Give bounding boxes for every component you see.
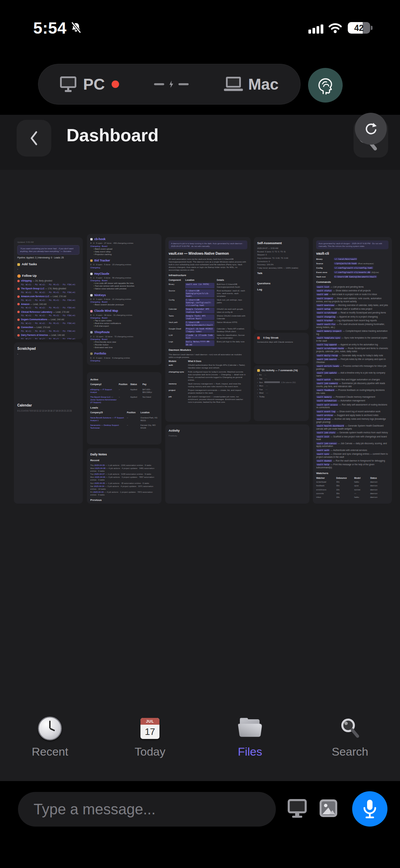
previous-title: Previous bbox=[90, 499, 158, 502]
command-item: vault log-append — Append an entry to th… bbox=[316, 343, 388, 346]
scratchpad-bullet: • bbox=[17, 353, 79, 356]
vault-doc-callout: A daemon's job is to keep running in the… bbox=[169, 240, 247, 249]
command-item: vault list — List projects and pending i… bbox=[316, 286, 388, 289]
tab-search[interactable]: Search bbox=[300, 717, 400, 774]
screen-share-button[interactable] bbox=[287, 799, 308, 819]
date-link: 2025-04-05 bbox=[94, 482, 105, 484]
project-name: HeyClaude bbox=[94, 272, 109, 275]
follow-up-chips: FU: W(+1) · FU: W(+2) · FU: M(+3) · FU: … bbox=[21, 314, 79, 317]
mic-button[interactable] bbox=[352, 791, 387, 827]
project-links: Changelog · Board bbox=[90, 279, 158, 282]
command-item: vault job-update — Add a timeline entry … bbox=[316, 372, 388, 378]
module-row: job Job search management — create/updat… bbox=[169, 395, 247, 403]
page-title: Dashboard bbox=[66, 125, 159, 145]
command-item: vault status — Show status overview of a… bbox=[316, 289, 388, 292]
panel-daily-notes: Daily Notes Recent Thu 2025-04-09 — 1 jo… bbox=[87, 448, 161, 504]
project-stats: 0 · 0 · 0 open · 0 done · 9 changelog en… bbox=[90, 357, 158, 359]
follow-up-title: Follow Up bbox=[22, 274, 37, 277]
dashboard-preview[interactable]: Updated: 5:53 AM “If you want something … bbox=[0, 170, 400, 781]
red-dot-icon bbox=[17, 280, 20, 282]
project-name: ShopRoute bbox=[94, 330, 110, 334]
company-link: Amazon.com Services LLC bbox=[21, 295, 49, 297]
follow-up-chips: FU: W(+1) · FU: W(+2) · FU: M(+3) · FU: … bbox=[21, 291, 79, 294]
mac-device-button[interactable]: Mac bbox=[224, 75, 279, 93]
project-bullet: Real-time action notifications bbox=[94, 322, 158, 325]
command-item: vault job-stats — Generate system health… bbox=[316, 431, 388, 434]
follow-up-chips: FU: W(+1) · FU: W(+2) · FU: M(+3) · FU: … bbox=[21, 322, 79, 325]
bell-slash-icon bbox=[70, 22, 82, 34]
company-link: Amazon bbox=[21, 303, 30, 305]
project-name: Bid Tracker bbox=[94, 259, 110, 262]
recent-line: Thu 2025-04-09 — 1 job actions · 2241 au… bbox=[90, 464, 158, 467]
project-name: cb-hook bbox=[94, 237, 106, 241]
command-item: vault scratchpad-route — Route Scratchpa… bbox=[316, 347, 388, 353]
company-link: Dogarn Communications bbox=[21, 318, 47, 321]
leads-row: Sanametrix — Desktop Support Technician … bbox=[90, 424, 158, 429]
project-stats: 2 · 1 · 11 open · 12 done · 72 changelog… bbox=[90, 335, 158, 338]
back-button[interactable] bbox=[17, 120, 51, 157]
command-item: vault job-search — Find job notes by tit… bbox=[316, 358, 388, 364]
app-header: Dashboard bbox=[0, 115, 400, 170]
panel-jobs: Active Company2 Position Status Pay eShi… bbox=[87, 372, 161, 445]
project-item: Portfolio 0 · 0 · 0 open · 0 done · 9 ch… bbox=[90, 352, 158, 362]
company-link: The Epoch Group LLC bbox=[21, 287, 44, 290]
message-input[interactable] bbox=[18, 792, 276, 827]
vault-cli-field: Binary ~/.local/bin/vault bbox=[316, 258, 388, 260]
cli-day-list: Fri — Sat — Sun bbox=[257, 374, 305, 398]
cli-activity-title: CLI Activity — 7 commands (7d) bbox=[262, 369, 298, 372]
command-item: vault daily-recap — Generate daily recap… bbox=[316, 354, 388, 357]
streak-icon bbox=[257, 337, 260, 339]
date-link: 2025-04-08 bbox=[95, 467, 106, 469]
watchers-rows: scratchpad 30s haiku daemon feedback 30s… bbox=[316, 481, 388, 498]
cli-day: Mon — bbox=[257, 384, 305, 387]
tab-files-label: Files bbox=[238, 745, 262, 758]
cli-day: Today bbox=[257, 395, 305, 398]
panel-streak: 0 Day Streak Consecutive days with Claud… bbox=[254, 333, 309, 364]
follow-up-item: Amazon.com Services LLC — Lead, 17d old … bbox=[17, 295, 79, 302]
assistant-button[interactable] bbox=[308, 68, 343, 103]
panel-vault-cli: Auto-generated by vault-cli docgen · 202… bbox=[313, 237, 392, 504]
project-links: Changelog · Board bbox=[90, 301, 158, 303]
project-icon bbox=[90, 310, 93, 312]
battery-icon: 42 bbox=[348, 22, 370, 34]
commands-title: Commands bbox=[316, 281, 388, 284]
tab-today[interactable]: JUL 17 Today bbox=[100, 717, 200, 774]
refresh-button[interactable] bbox=[355, 113, 387, 145]
tab-recent[interactable]: Recent bbox=[0, 717, 100, 774]
command-item: vault vault-fix — Fix vault structural i… bbox=[316, 323, 388, 329]
tab-today-label: Today bbox=[135, 745, 166, 758]
project-item: NinKeys 0 · 0 · 1 open · 0 done · 21 cha… bbox=[90, 293, 158, 306]
battery-percent: 42 bbox=[348, 22, 370, 34]
activity-subtitle: Freebusy bbox=[169, 434, 306, 437]
project-bullets: Print-friendly store viewReorder buttonE… bbox=[90, 341, 158, 349]
command-item: vault event-log — Show event log of rece… bbox=[316, 410, 388, 413]
infrastructure-table: Component Location Details bbox=[169, 279, 247, 282]
self-assessment-lines: 2025-04-07 — 5:53 AMRouted: 0 (auto: 0, … bbox=[257, 247, 305, 269]
project-stats: 4 · 1 · 4 open · 0 done · 56 changelog e… bbox=[90, 276, 158, 279]
device-switcher[interactable]: PC Mac bbox=[38, 64, 301, 105]
daily-notes-title: Daily Notes bbox=[90, 452, 158, 456]
command-item: vault prune — Archive old daily notes an… bbox=[316, 418, 388, 424]
image-icon bbox=[318, 798, 339, 818]
photo-button[interactable] bbox=[318, 798, 339, 819]
streak-title: 0 Day Streak bbox=[263, 336, 279, 340]
date-link: 2025-04-06 bbox=[95, 476, 105, 478]
command-item: vault enrich-leads — Process contact-inf… bbox=[316, 365, 388, 371]
streak-subtitle: Consecutive days with Claude sessions bbox=[257, 341, 305, 343]
daily-quote: “If you want something you've never had.… bbox=[17, 245, 79, 255]
pc-device-button[interactable]: PC bbox=[60, 75, 119, 93]
project-name: Claude Mind Map bbox=[94, 309, 118, 312]
project-item: Claude Mind Map 4 · 1 · 4 open · 30 done… bbox=[90, 309, 158, 327]
command-item: vault add — Add a task in a project note… bbox=[316, 293, 388, 296]
tab-bar: Recent JUL 17 Today Files bbox=[0, 717, 400, 774]
follow-up-item: eShipping — 2d, likely ghosted FU: W(+1)… bbox=[17, 279, 79, 286]
tab-recent-label: Recent bbox=[32, 745, 69, 758]
self-assessment-title: Self-Assessment bbox=[257, 241, 305, 245]
recent-list: Thu 2025-04-09 — 1 job actions · 2241 au… bbox=[90, 464, 158, 496]
date-link: 2025-04-03 bbox=[93, 491, 104, 493]
project-stats: 0 · 0 · 0 open · 5 done · 23 changelog e… bbox=[90, 263, 158, 266]
scratchpad-title: Scratchpad bbox=[17, 346, 79, 351]
tab-files[interactable]: Files bbox=[200, 717, 300, 774]
clock-icon bbox=[38, 717, 62, 740]
chevron-left-icon bbox=[29, 130, 39, 146]
